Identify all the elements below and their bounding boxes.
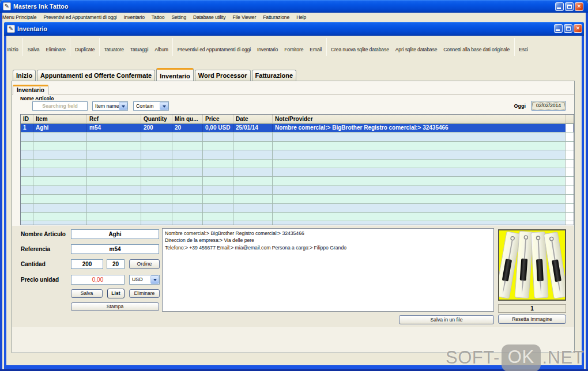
column-header[interactable]: Date xyxy=(233,115,273,123)
toolbar-button[interactable]: Album xyxy=(152,47,172,52)
toolbar-button[interactable]: Duplicate xyxy=(71,47,97,52)
table-row[interactable] xyxy=(21,195,574,203)
table-row[interactable] xyxy=(21,204,574,213)
table-row[interactable] xyxy=(21,213,574,221)
menu-item[interactable]: Fatturazione xyxy=(259,13,293,22)
table-cell xyxy=(21,132,33,141)
toolbar-button[interactable]: Inizio xyxy=(4,47,21,52)
menu-item[interactable]: File Viewer xyxy=(229,13,259,22)
toolbar-button[interactable]: Tatuaggi xyxy=(127,47,151,52)
table-cell xyxy=(87,204,141,212)
list-button[interactable]: List xyxy=(107,289,125,298)
tab-inizio[interactable]: Inizio xyxy=(13,70,36,81)
table-row-selected[interactable]: 1Aghim54200200,00 USD25/01/14Nombre come… xyxy=(21,124,574,132)
watermark-left: SOFT- xyxy=(446,347,500,368)
menu-item[interactable]: Preventivi ed Appuntamenti di oggi xyxy=(40,13,120,22)
table-row[interactable] xyxy=(21,177,574,186)
toolbar-button[interactable]: Preventivi ed Appuntamenti di oggi xyxy=(174,47,254,52)
search-field-combobox[interactable]: Item name xyxy=(92,101,128,111)
tab-appuntamenti-ed-offerte-confermate[interactable]: Appuntamenti ed Offerte Confermate xyxy=(37,70,155,81)
provider-note-textarea[interactable]: Nombre comercial:> BigBrother Registro c… xyxy=(162,228,494,312)
table-row[interactable] xyxy=(21,168,574,177)
toolbar-button[interactable]: Email xyxy=(307,47,325,52)
child-close-button[interactable]: ✕ xyxy=(574,24,582,33)
name-field[interactable]: Aghi xyxy=(71,229,159,239)
search-match-combobox[interactable]: Contain xyxy=(133,101,169,111)
menu-item[interactable]: Database utility xyxy=(190,13,229,22)
image-count-field[interactable]: 1 xyxy=(498,304,566,313)
toolbar-button[interactable]: Fornitore xyxy=(281,47,307,52)
currency-combobox[interactable]: USD xyxy=(129,275,160,285)
toolbar-button[interactable]: Inventario xyxy=(254,47,281,52)
tab-inventario[interactable]: Inventario xyxy=(156,68,194,81)
table-row[interactable] xyxy=(21,132,574,141)
table-cell xyxy=(233,160,273,168)
min-quantity-field[interactable]: 20 xyxy=(107,259,125,269)
table-cell xyxy=(203,204,233,212)
child-title-bar[interactable] xyxy=(4,22,584,36)
table-row[interactable] xyxy=(21,221,574,225)
search-field-combobox-value: Item name xyxy=(95,103,119,109)
item-image[interactable] xyxy=(498,229,566,301)
table-cell: Aghi xyxy=(33,124,87,132)
reset-image-button[interactable]: Resetta Immagine xyxy=(498,315,566,324)
chevron-down-icon[interactable] xyxy=(160,102,168,110)
menu-item[interactable]: Setting xyxy=(168,13,190,22)
maximize-button[interactable] xyxy=(565,2,574,11)
tab-word-processor[interactable]: Word Processor xyxy=(195,70,251,81)
menu-item[interactable]: Tattoo xyxy=(148,13,168,22)
toolbar-button[interactable]: Connetti alla base dati originale xyxy=(440,47,513,52)
table-row[interactable] xyxy=(21,142,574,150)
menu-item[interactable]: Help xyxy=(293,13,310,22)
menu-item[interactable]: Inventario xyxy=(120,13,148,22)
column-header[interactable]: ID xyxy=(21,115,33,123)
quantity-field[interactable]: 200 xyxy=(71,259,103,269)
column-header[interactable]: Quantity xyxy=(141,115,172,123)
child-minimize-button[interactable] xyxy=(554,24,563,33)
print-button[interactable]: Stampa xyxy=(71,302,159,311)
table-cell xyxy=(141,142,172,150)
toolbar-button[interactable]: Tatuatore xyxy=(101,47,127,52)
main-title-bar[interactable] xyxy=(0,0,588,13)
tattoo-needles-illustration xyxy=(499,230,565,300)
table-cell xyxy=(87,142,141,150)
chevron-down-icon[interactable] xyxy=(150,275,159,284)
table-cell xyxy=(141,204,172,212)
tab-fatturazione[interactable]: Fatturazione xyxy=(252,70,296,81)
table-cell xyxy=(87,177,141,185)
table-cell xyxy=(141,195,172,203)
table-row[interactable] xyxy=(21,150,574,159)
column-header[interactable]: Price xyxy=(203,115,233,123)
table-cell xyxy=(172,150,203,158)
reference-field[interactable]: m54 xyxy=(71,244,159,254)
search-input[interactable]: Searching field xyxy=(32,101,88,111)
minimize-button[interactable] xyxy=(555,2,564,11)
table-cell xyxy=(233,221,273,225)
close-button[interactable]: ✕ xyxy=(575,2,583,11)
column-header[interactable]: Ref xyxy=(87,115,141,123)
save-to-file-button[interactable]: Salva in un file xyxy=(399,315,494,324)
table-cell-filler xyxy=(566,124,574,132)
table-row[interactable] xyxy=(21,160,574,168)
table-cell xyxy=(172,186,203,194)
toolbar-button[interactable]: Salva xyxy=(24,47,43,52)
delete-button[interactable]: Eliminare xyxy=(129,289,160,298)
menu-item[interactable]: Menu Principale xyxy=(0,13,40,22)
today-date-button[interactable]: 02/02/2014 xyxy=(531,101,566,111)
column-header[interactable]: Note/Provider xyxy=(273,115,566,123)
table-row[interactable] xyxy=(21,186,574,195)
order-button[interactable]: Ordine xyxy=(129,259,160,269)
chevron-down-icon[interactable] xyxy=(119,102,127,110)
subtab-inventario[interactable]: Inventario xyxy=(13,85,48,94)
column-header[interactable]: Min qu... xyxy=(172,115,203,123)
table-cell-filler xyxy=(566,168,574,176)
save-button[interactable]: Salva xyxy=(71,289,103,298)
column-header[interactable]: Item xyxy=(33,115,87,123)
table-cell xyxy=(21,213,33,221)
toolbar-button[interactable]: Crea nuova sqlite database xyxy=(328,47,393,52)
toolbar-button[interactable]: Apri sqlite database xyxy=(392,47,440,52)
toolbar-button[interactable]: Esci xyxy=(516,47,532,52)
child-maximize-button[interactable] xyxy=(564,24,572,33)
unit-price-field[interactable]: 0,00 xyxy=(71,275,125,285)
toolbar-button[interactable]: Eliminare xyxy=(43,47,69,52)
